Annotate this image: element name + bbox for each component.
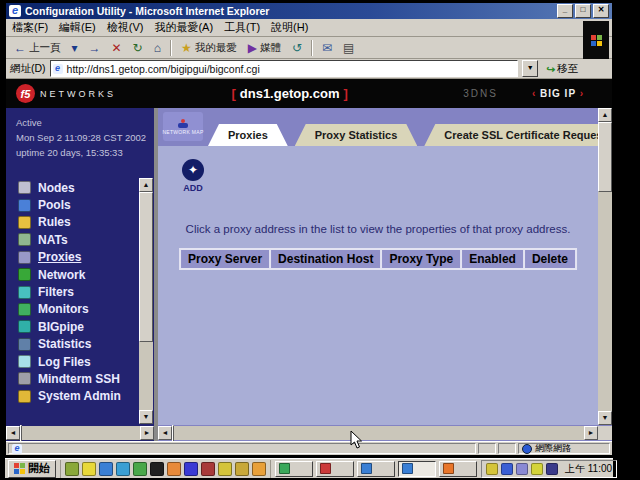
tray-icon-3[interactable] [516,463,528,475]
favorites-button[interactable]: ★我的最愛 [177,40,241,56]
close-button[interactable]: ✕ [593,4,609,18]
stop-button[interactable]: ✕ [108,41,126,55]
column-header-delete[interactable]: Delete [525,250,575,268]
menu-item-h[interactable]: 說明(H) [271,20,308,35]
quicklaunch-icon-1[interactable] [65,462,79,476]
tray-icon-1[interactable] [486,463,498,475]
sidebar-item-nats[interactable]: NATs [18,231,136,248]
add-plus-icon[interactable]: ✦ [182,159,204,181]
scroll-up-icon[interactable]: ▲ [139,178,153,192]
back-dropdown-button[interactable]: ▾ [68,41,82,55]
tray-icon-5[interactable] [546,463,558,475]
scroll-left-icon[interactable]: ◄ [6,426,20,440]
minimize-button[interactable]: _ [557,4,573,18]
menu-item-v[interactable]: 檢視(V) [107,20,144,35]
menu-item-e[interactable]: 編輯(E) [59,20,96,35]
banner-links: 3DNS ‹ BIG IP › [463,88,584,99]
media-button[interactable]: ▶媒體 [244,40,285,56]
sidebar-item-rules[interactable]: Rules [18,214,136,231]
mindterm-ssh-icon [18,372,31,385]
banner-link-3dns[interactable]: 3DNS [463,88,498,99]
tray-icon-2[interactable] [501,463,513,475]
add-button[interactable]: ✦ ADD [178,159,208,193]
restore-button[interactable]: □ [575,4,591,18]
tray-icon-4[interactable] [531,463,543,475]
task-button-3[interactable] [357,461,395,477]
column-header-proxy-server[interactable]: Proxy Server [181,250,269,268]
banner-link-bigip[interactable]: ‹ BIG IP › [532,88,584,99]
quicklaunch-icon-7[interactable] [167,462,181,476]
task-buttons [275,461,477,477]
menu-item-f[interactable]: 檔案(F) [12,20,48,35]
column-header-destination-host[interactable]: Destination Host [271,250,380,268]
sidebar-item-monitors[interactable]: Monitors [18,301,136,318]
sidebar-item-proxies[interactable]: Proxies [18,249,136,266]
refresh-button[interactable]: ↻ [129,41,147,55]
column-header-proxy-type[interactable]: Proxy Type [382,250,460,268]
home-button[interactable]: ⌂ [150,41,165,55]
toolbar-buttons: ←上一頁▾→✕↻⌂★我的最愛▶媒體↺✉▤ [10,40,358,56]
sidebar-item-filters[interactable]: Filters [18,283,136,300]
quicklaunch-icon-4[interactable] [116,462,130,476]
menu-item-a[interactable]: 我的最愛(A) [154,20,213,35]
quicklaunch-icon-6[interactable] [150,462,164,476]
sidebar-vertical-scrollbar[interactable]: ▲ ▼ [139,178,153,424]
sidebar-item-network[interactable]: Network [18,266,136,283]
scroll-down-icon[interactable]: ▼ [598,411,612,425]
sidebar-item-statistics[interactable]: Statistics [18,336,136,353]
quicklaunch-icon-10[interactable] [218,462,232,476]
start-button[interactable]: 開始 [8,460,56,478]
quicklaunch-icon-3[interactable] [99,462,113,476]
sidebar-item-bigpipe[interactable]: BIGpipe [18,318,136,335]
main-vertical-scrollbar[interactable]: ▲ ▼ [598,108,612,425]
scrollbar-thumb[interactable] [139,192,153,342]
sidebar-item-mindterm-ssh[interactable]: Mindterm SSH [18,370,136,387]
sidebar-item-nodes[interactable]: Nodes [18,179,136,196]
quicklaunch-icon-2[interactable] [82,462,96,476]
sidebar-horizontal-scrollbar[interactable]: ◄ ► [6,426,154,440]
log-files-icon [18,355,31,368]
quicklaunch-icon-9[interactable] [201,462,215,476]
task-button-5[interactable] [439,461,477,477]
quicklaunch-icon-5[interactable] [133,462,147,476]
title-bar[interactable]: e Configuration Utility - Microsoft Inte… [6,3,612,19]
tab-create-ssl-certificate-request[interactable]: Create SSL Certificate Request [424,124,598,146]
scroll-right-icon[interactable]: ► [584,426,598,440]
scrollbar-thumb[interactable] [598,122,612,192]
scrollbar-thumb[interactable] [20,425,22,441]
sidebar-item-label: NATs [38,233,68,247]
print-button[interactable]: ▤ [339,41,358,55]
main-horizontal-scrollbar[interactable]: ◄ ► [158,426,598,440]
scroll-up-icon[interactable]: ▲ [598,108,612,122]
task-button-2[interactable] [316,461,354,477]
mail-button[interactable]: ✉ [318,41,336,55]
task-button-4[interactable] [398,461,436,477]
scroll-right-icon[interactable]: ► [140,426,154,440]
quicklaunch-icon-11[interactable] [235,462,249,476]
scroll-down-icon[interactable]: ▼ [139,410,153,424]
task-button-1[interactable] [275,461,313,477]
tab-proxies[interactable]: Proxies [208,124,288,146]
forward-button[interactable]: → [85,41,105,55]
quicklaunch-icon-8[interactable] [184,462,198,476]
network-map-icon [178,119,188,128]
scroll-left-icon[interactable]: ◄ [158,426,172,440]
sidebar-item-system-admin[interactable]: System Admin [18,388,136,405]
address-input[interactable]: e http://dns1.getop.com/bigipgui/bigconf… [50,60,519,77]
go-button[interactable]: ↪ 移至 [542,61,582,76]
tab-proxy-statistics[interactable]: Proxy Statistics [295,124,418,146]
menu-item-t[interactable]: 工具(T) [224,20,260,35]
column-header-enabled[interactable]: Enabled [462,250,523,268]
address-dropdown-button[interactable]: ▼ [522,60,538,77]
network-map-label: NETWORK MAP [162,129,203,135]
scrollbar-thumb[interactable] [172,425,174,441]
sidebar-item-label: System Admin [38,389,121,403]
sidebar-item-pools[interactable]: Pools [18,196,136,213]
sidebar-item-log-files[interactable]: Log Files [18,353,136,370]
sidebar-item-label: BIGpipe [38,320,84,334]
quicklaunch-icon-12[interactable] [252,462,266,476]
history-icon: ↺ [292,42,302,54]
history-button[interactable]: ↺ [288,41,306,55]
network-map-button[interactable]: NETWORK MAP [163,112,203,141]
back-button[interactable]: ←上一頁 [10,40,65,56]
